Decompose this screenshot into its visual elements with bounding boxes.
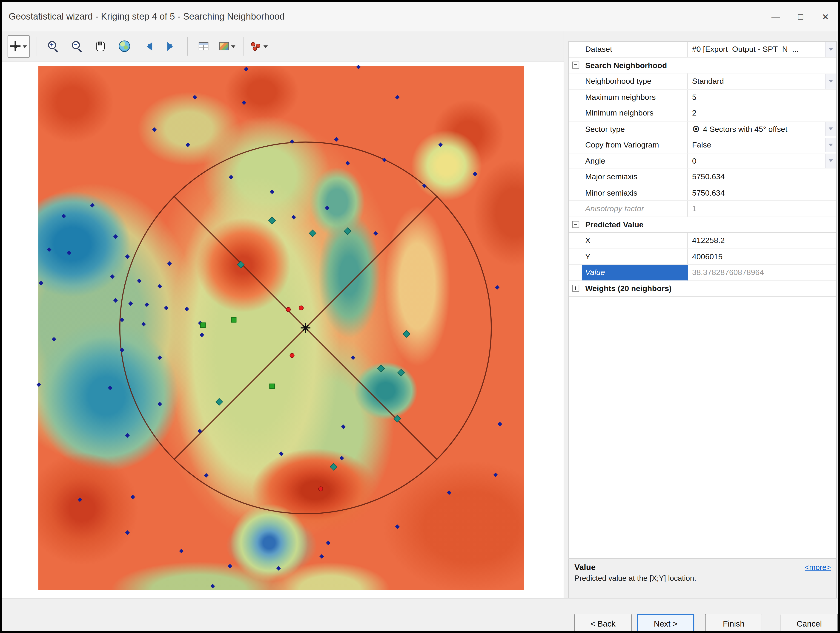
property-row-angle[interactable]: Angle0 [569,153,836,169]
attribute-table-button[interactable] [192,35,215,57]
property-row-major-semiaxis[interactable]: Major semiaxis5750.634 [569,169,836,185]
navy-sample-point [447,491,452,495]
help-text: Predicted value at the [X;Y] location. [575,574,831,582]
property-row-sector-type[interactable]: Sector type⊗4 Sectors with 45° offset [569,121,836,137]
zoom-in-button[interactable]: + [42,35,65,57]
chevron-down-icon[interactable] [264,45,268,50]
navy-sample-point [497,422,502,426]
red-sample-point [318,486,323,491]
green-sample-point [231,317,236,322]
property-value-text: 5 [692,90,696,105]
navy-sample-point [319,554,324,559]
property-value[interactable]: 2 [688,105,836,121]
property-value[interactable]: 38.37828760878964 [688,264,836,280]
property-value-text: #0 [Export_Output - SPT_N_... [692,42,799,57]
property-section-predicted-value[interactable]: −Predicted Value [569,217,836,233]
collapse-icon[interactable]: − [569,57,582,73]
navy-sample-point [227,564,232,568]
navigate-tool-button[interactable] [8,35,30,57]
property-grid: Dataset#0 [Export_Output - SPT_N_...−Sea… [568,41,837,559]
navy-sample-point [36,383,41,387]
row-gutter [569,264,582,280]
chevron-down-icon[interactable] [231,45,235,50]
row-gutter [569,233,582,248]
maximize-icon[interactable]: □ [788,6,813,28]
pan-button[interactable] [89,35,112,57]
property-value[interactable]: ⊗4 Sectors with 45° offset [688,121,836,137]
navy-sample-point [125,433,130,438]
property-value[interactable]: Standard [688,73,836,89]
help-title: Value [575,562,595,571]
dropdown-button[interactable] [826,138,836,152]
property-value[interactable]: 4006015 [688,249,836,264]
property-value[interactable]: 5 [688,90,836,105]
close-icon[interactable]: ✕ [813,6,838,28]
property-row-y[interactable]: Y4006015 [569,249,836,264]
dropdown-button[interactable] [826,42,836,56]
property-value[interactable]: #0 [Export_Output - SPT_N_... [688,42,836,57]
row-gutter [569,249,582,264]
property-row-minimum-neighbors[interactable]: Minimum neighbors2 [569,105,836,121]
row-gutter [569,137,582,153]
sector-type-icon: ⊗ [692,125,700,134]
property-label: Sector type [582,121,688,137]
property-value[interactable]: 412258.2 [688,233,836,248]
kriging-surface[interactable] [38,66,524,590]
hand-icon [96,41,105,51]
back-button[interactable]: < Back [575,614,632,633]
property-value-text: Standard [692,73,724,89]
property-row-dataset[interactable]: Dataset#0 [Export_Output - SPT_N_... [569,42,836,57]
full-extent-button[interactable] [113,35,136,57]
dropdown-button[interactable] [826,154,836,168]
property-value[interactable]: 1 [688,201,836,216]
zoom-out-icon: − [71,41,82,52]
property-label: Weights (20 neighbors) [582,281,836,296]
row-gutter [569,153,582,169]
property-label: Copy from Variogram [582,137,688,153]
collapse-icon[interactable]: − [569,217,582,233]
navy-sample-point [52,337,56,342]
red-sample-point [290,353,295,358]
property-value[interactable]: 0 [688,153,836,169]
property-value[interactable]: 5750.634 [688,169,836,185]
property-row-anisotropy-factor[interactable]: Anisotropy factor1 [569,201,836,217]
navy-sample-point [438,142,443,147]
property-label: Y [582,249,688,264]
chevron-down-icon[interactable] [23,45,27,50]
property-value-text: 1 [692,201,696,216]
property-value[interactable]: False [688,137,836,153]
next-button[interactable]: Next > [637,614,694,633]
navy-sample-point [210,584,215,589]
map-area [2,62,564,599]
property-label: Neighborhood type [582,73,688,89]
property-row-neighborhood-type[interactable]: Neighborhood typeStandard [569,73,836,89]
neighbor-points-button[interactable] [248,35,271,57]
next-extent-button[interactable] [160,35,183,57]
more-link[interactable]: <more> [805,563,831,571]
property-value-text: 412258.2 [692,233,725,248]
expand-icon[interactable]: + [569,281,582,296]
red-sample-point [286,307,291,312]
cancel-button[interactable]: Cancel [781,614,838,633]
navy-sample-point [493,473,498,477]
dropdown-button[interactable] [826,74,836,89]
property-row-maximum-neighbors[interactable]: Maximum neighbors5 [569,90,836,105]
geostatistical-wizard-window: Geostatistical wizard - Kriging step 4 o… [0,0,840,633]
property-row-minor-semiaxis[interactable]: Minor semiaxis5750.634 [569,185,836,201]
navy-sample-point [108,386,112,390]
surface-layer-button[interactable] [216,35,239,57]
previous-extent-button[interactable] [137,35,159,57]
property-row-value[interactable]: Value38.37828760878964 [569,264,836,280]
window-title: Geostatistical wizard - Kriging step 4 o… [9,11,285,22]
property-row-x[interactable]: X412258.2 [569,233,836,249]
dropdown-button[interactable] [826,122,836,136]
property-value[interactable]: 5750.634 [688,185,836,200]
zoom-out-button[interactable]: − [65,35,88,57]
row-gutter [569,185,582,200]
finish-button[interactable]: Finish [705,614,762,633]
property-section-search-neighborhood[interactable]: −Search Neighborhood [569,57,836,73]
property-row-copy-from-variogram[interactable]: Copy from VariogramFalse [569,137,836,153]
navy-sample-point [110,274,115,279]
minimize-icon[interactable]: — [763,6,788,28]
property-section-weights-20-neighbors[interactable]: +Weights (20 neighbors) [569,281,836,297]
